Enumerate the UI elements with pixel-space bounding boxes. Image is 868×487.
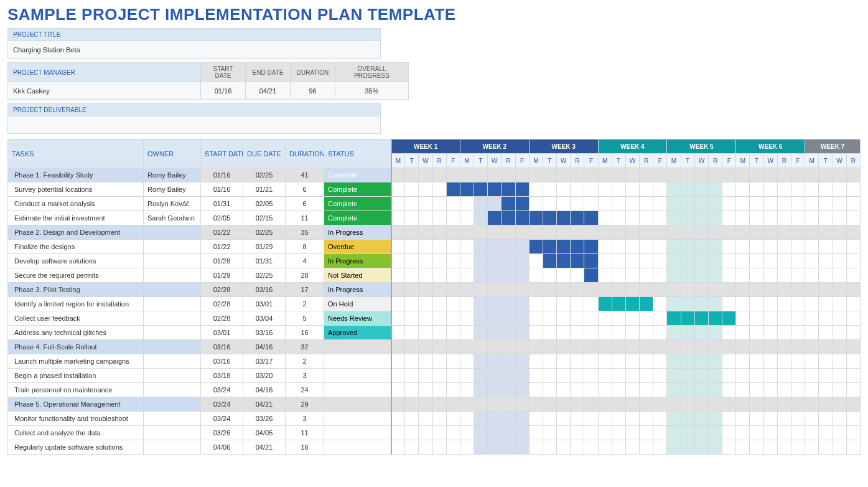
due-cell[interactable]: 01/21: [243, 182, 286, 197]
status-cell[interactable]: [324, 412, 391, 426]
start-cell[interactable]: 02/28: [201, 297, 243, 311]
status-cell[interactable]: Not Started: [324, 268, 391, 283]
task-row[interactable]: Launch multiple marketing campaigns03/16…: [8, 354, 861, 369]
due-cell[interactable]: 03/17: [243, 354, 286, 369]
task-row[interactable]: Conduct a market analysisRoslyn Kováč01/…: [8, 197, 861, 211]
dur-cell[interactable]: 3: [286, 412, 324, 426]
dur-cell[interactable]: 35: [286, 225, 324, 240]
due-cell[interactable]: 03/04: [243, 311, 286, 326]
task-name[interactable]: Address any technical glitches: [8, 326, 144, 340]
dur-cell[interactable]: 16: [286, 440, 324, 455]
owner-cell[interactable]: [144, 240, 201, 254]
owner-cell[interactable]: [144, 254, 201, 268]
project-deliverable-value[interactable]: [8, 116, 381, 134]
start-cell[interactable]: 02/28: [201, 283, 243, 297]
start-cell[interactable]: 01/29: [201, 268, 243, 283]
owner-cell[interactable]: [144, 268, 201, 283]
start-cell[interactable]: 03/24: [201, 412, 243, 426]
task-name[interactable]: Secure the required permits: [8, 268, 144, 283]
status-cell[interactable]: Needs Review: [324, 311, 391, 326]
status-cell[interactable]: Complete: [324, 211, 391, 225]
task-row[interactable]: Secure the required permits01/2902/2528N…: [8, 268, 861, 283]
owner-cell[interactable]: [144, 369, 201, 383]
owner-cell[interactable]: [144, 283, 201, 297]
owner-cell[interactable]: [144, 354, 201, 369]
status-cell[interactable]: On Hold: [324, 297, 391, 311]
project-progress-value[interactable]: 35%: [335, 82, 409, 100]
task-name[interactable]: Finalize the designs: [8, 240, 144, 254]
start-cell[interactable]: 03/26: [201, 426, 243, 440]
dur-cell[interactable]: 5: [286, 311, 324, 326]
owner-cell[interactable]: Romy Bailey: [144, 168, 201, 182]
start-cell[interactable]: 03/16: [201, 354, 243, 369]
due-cell[interactable]: 02/05: [243, 197, 286, 211]
due-cell[interactable]: 03/16: [243, 326, 286, 340]
owner-cell[interactable]: [144, 397, 201, 412]
start-cell[interactable]: 03/24: [201, 383, 243, 397]
status-cell[interactable]: Overdue: [324, 240, 391, 254]
project-manager-value[interactable]: Kirk Caskey: [8, 82, 201, 100]
start-cell[interactable]: 02/05: [201, 211, 243, 225]
status-cell[interactable]: Approved: [324, 326, 391, 340]
status-cell[interactable]: Complete: [324, 168, 391, 182]
due-cell[interactable]: 03/16: [243, 283, 286, 297]
task-row[interactable]: Survey potential locationsRomy Bailey01/…: [8, 182, 861, 197]
status-cell[interactable]: In Progress: [324, 254, 391, 268]
dur-cell[interactable]: 2: [286, 354, 324, 369]
dur-cell[interactable]: 28: [286, 268, 324, 283]
start-cell[interactable]: 01/28: [201, 254, 243, 268]
owner-cell[interactable]: Sarah Goodwin: [144, 211, 201, 225]
phase-row[interactable]: Phase 4. Full-Scale Rollout03/1604/1632: [8, 340, 861, 354]
task-name[interactable]: Begin a phased installation: [8, 369, 144, 383]
owner-cell[interactable]: Roslyn Kováč: [144, 197, 201, 211]
task-name[interactable]: Phase 4. Full-Scale Rollout: [8, 340, 144, 354]
owner-cell[interactable]: Romy Bailey: [144, 182, 201, 197]
task-name[interactable]: Train personnel on maintenance: [8, 383, 144, 397]
task-row[interactable]: Train personnel on maintenance03/2404/16…: [8, 383, 861, 397]
task-row[interactable]: Begin a phased installation03/1803/203: [8, 369, 861, 383]
owner-cell[interactable]: [144, 412, 201, 426]
task-name[interactable]: Monitor functionality and troubleshoot: [8, 412, 144, 426]
status-cell[interactable]: Complete: [324, 182, 391, 197]
dur-cell[interactable]: 11: [286, 211, 324, 225]
dur-cell[interactable]: 32: [286, 340, 324, 354]
status-cell[interactable]: [324, 369, 391, 383]
dur-cell[interactable]: 11: [286, 426, 324, 440]
task-row[interactable]: Monitor functionality and troubleshoot03…: [8, 412, 861, 426]
owner-cell[interactable]: [144, 297, 201, 311]
status-cell[interactable]: In Progress: [324, 225, 391, 240]
owner-cell[interactable]: [144, 311, 201, 326]
task-row[interactable]: Regularly update software solutions04/06…: [8, 440, 861, 455]
status-cell[interactable]: [324, 354, 391, 369]
status-cell[interactable]: In Progress: [324, 283, 391, 297]
owner-cell[interactable]: [144, 326, 201, 340]
task-row[interactable]: Identify a limited region for installati…: [8, 297, 861, 311]
owner-cell[interactable]: [144, 426, 201, 440]
task-name[interactable]: Phase 5. Operational Management: [8, 397, 144, 412]
status-cell[interactable]: [324, 426, 391, 440]
due-cell[interactable]: 04/16: [243, 383, 286, 397]
status-cell[interactable]: Complete: [324, 197, 391, 211]
status-cell[interactable]: [324, 440, 391, 455]
phase-row[interactable]: Phase 5. Operational Management03/2404/2…: [8, 397, 861, 412]
task-name[interactable]: Collect user feedback: [8, 311, 144, 326]
start-cell[interactable]: 01/31: [201, 197, 243, 211]
task-name[interactable]: Launch multiple marketing campaigns: [8, 354, 144, 369]
project-title-value[interactable]: Charging Station Beta: [8, 41, 381, 59]
due-cell[interactable]: 02/25: [243, 268, 286, 283]
owner-cell[interactable]: [144, 340, 201, 354]
project-duration-value[interactable]: 96: [291, 82, 335, 100]
phase-row[interactable]: Phase 1. Feasibility StudyRomy Bailey01/…: [8, 168, 861, 182]
start-cell[interactable]: 02/28: [201, 311, 243, 326]
due-cell[interactable]: 03/01: [243, 297, 286, 311]
status-cell[interactable]: [324, 340, 391, 354]
task-row[interactable]: Address any technical glitches03/0103/16…: [8, 326, 861, 340]
phase-row[interactable]: Phase 3. Pilot Testing02/2803/1617In Pro…: [8, 283, 861, 297]
start-cell[interactable]: 01/22: [201, 225, 243, 240]
task-name[interactable]: Develop software solutions: [8, 254, 144, 268]
task-row[interactable]: Collect user feedback02/2803/045Needs Re…: [8, 311, 861, 326]
task-name[interactable]: Phase 1. Feasibility Study: [8, 168, 144, 182]
start-cell[interactable]: 01/16: [201, 168, 243, 182]
owner-cell[interactable]: [144, 225, 201, 240]
task-row[interactable]: Collect and analyze the data03/2604/0511: [8, 426, 861, 440]
